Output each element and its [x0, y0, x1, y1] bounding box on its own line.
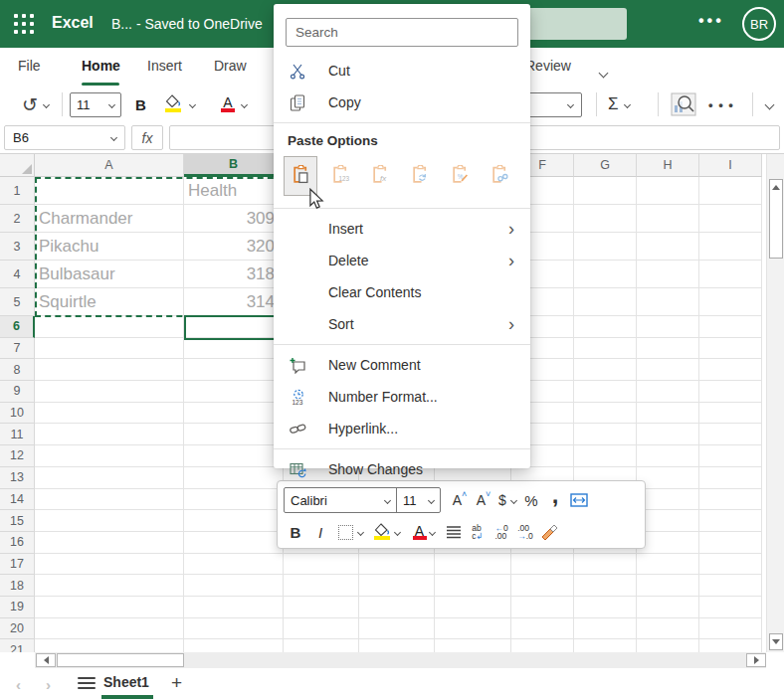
accounting-format-button[interactable]: $: [496, 487, 518, 513]
tab-insert[interactable]: Insert: [147, 58, 182, 74]
cell-H5[interactable]: [637, 288, 699, 316]
cell-C18[interactable]: [284, 575, 359, 597]
cell-F18[interactable]: [511, 575, 574, 597]
mini-font-color-button[interactable]: A: [407, 519, 441, 545]
horizontal-scrollbar[interactable]: [35, 652, 766, 668]
row-header-17[interactable]: 17: [0, 554, 35, 576]
fill-color-button[interactable]: [165, 88, 195, 121]
cell-D19[interactable]: [359, 597, 435, 618]
cell-I17[interactable]: [699, 554, 762, 576]
row-header-19[interactable]: 19: [0, 597, 35, 618]
cell-D17[interactable]: [359, 554, 435, 576]
cell-B12[interactable]: [184, 445, 284, 467]
tab-file[interactable]: File: [18, 58, 41, 74]
next-sheet-chevron-icon[interactable]: ›: [46, 676, 51, 693]
cell-H19[interactable]: [637, 597, 699, 618]
cell-I3[interactable]: [699, 233, 762, 261]
menu-item-sort[interactable]: Sort›: [274, 308, 530, 340]
scroll-up-icon[interactable]: [772, 185, 780, 190]
cell-B15[interactable]: [184, 510, 284, 532]
tab-review[interactable]: Review: [525, 58, 571, 74]
row-header-10[interactable]: 10: [0, 403, 35, 425]
row-header-2[interactable]: 2: [0, 205, 35, 233]
shrink-font-button[interactable]: A˅: [473, 487, 494, 513]
cell-B19[interactable]: [184, 597, 284, 618]
cell-C21[interactable]: [284, 639, 359, 652]
cell-I5[interactable]: [699, 288, 762, 316]
cell-B11[interactable]: [184, 424, 284, 445]
cell-G1[interactable]: [574, 177, 637, 205]
cell-A3[interactable]: Pikachu: [35, 233, 184, 261]
cell-G5[interactable]: [574, 288, 637, 316]
collapse-ribbon-chevron-icon[interactable]: [765, 100, 775, 110]
menu-item-delete[interactable]: Delete›: [274, 245, 530, 276]
font-name-combo[interactable]: Calibri: [285, 493, 396, 508]
cell-A7[interactable]: [35, 338, 184, 360]
row-header-21[interactable]: 21: [0, 639, 35, 652]
row-header-20[interactable]: 20: [0, 618, 35, 640]
cell-B5[interactable]: 314: [184, 288, 284, 316]
cell-A19[interactable]: [35, 597, 184, 618]
cell-G2[interactable]: [574, 205, 637, 233]
cell-A16[interactable]: [35, 532, 184, 554]
cell-B20[interactable]: [184, 618, 284, 640]
cell-D18[interactable]: [359, 575, 435, 597]
cell-I20[interactable]: [699, 618, 762, 640]
avatar[interactable]: BR: [742, 7, 776, 41]
cell-F17[interactable]: [511, 554, 574, 576]
cell-I8[interactable]: [699, 359, 762, 381]
cell-A12[interactable]: [35, 445, 184, 467]
cell-G18[interactable]: [574, 575, 637, 597]
cell-H2[interactable]: [637, 205, 699, 233]
scroll-right-button[interactable]: [746, 653, 766, 667]
cell-H10[interactable]: [637, 403, 699, 425]
cell-A8[interactable]: [35, 359, 184, 381]
row-header-18[interactable]: 18: [0, 575, 35, 597]
column-header-H[interactable]: H: [637, 154, 699, 177]
cell-A1[interactable]: [35, 177, 184, 205]
cell-I12[interactable]: [699, 445, 762, 467]
app-launcher-waffle-icon[interactable]: [12, 12, 36, 36]
cell-H20[interactable]: [637, 618, 699, 640]
cell-I16[interactable]: [699, 532, 762, 554]
row-header-3[interactable]: 3: [0, 233, 35, 261]
bold-button[interactable]: B: [135, 88, 146, 121]
cell-E21[interactable]: [435, 639, 511, 652]
cell-B21[interactable]: [184, 639, 284, 652]
scroll-left-button[interactable]: [36, 653, 56, 667]
column-header-G[interactable]: G: [574, 154, 637, 177]
cell-I4[interactable]: [699, 261, 762, 288]
cell-A4[interactable]: Bulbasaur: [35, 261, 184, 288]
cell-G3[interactable]: [574, 233, 637, 261]
cell-G4[interactable]: [574, 261, 637, 288]
cell-A11[interactable]: [35, 424, 184, 445]
cell-A13[interactable]: [35, 467, 184, 489]
cell-H15[interactable]: [637, 510, 699, 532]
cell-B10[interactable]: [184, 403, 284, 425]
vertical-scrollbar-thumb[interactable]: [769, 179, 783, 259]
cell-I1[interactable]: [699, 177, 762, 205]
font-size-combo[interactable]: 11: [70, 92, 121, 117]
tab-home[interactable]: Home: [82, 58, 120, 74]
cell-C17[interactable]: [284, 554, 359, 576]
cell-B8[interactable]: [184, 359, 284, 381]
menu-item-hyperlink[interactable]: Hyperlink...: [274, 413, 530, 444]
cell-I19[interactable]: [699, 597, 762, 618]
document-title[interactable]: B... - Saved to OneDrive: [111, 16, 280, 32]
all-sheets-menu-icon[interactable]: [78, 675, 96, 691]
scroll-down-button[interactable]: [769, 633, 783, 650]
undo-button[interactable]: ↺: [22, 88, 49, 121]
cell-C20[interactable]: [284, 618, 359, 640]
cell-F19[interactable]: [511, 597, 574, 618]
cell-B4[interactable]: 318: [184, 261, 284, 288]
autosum-button[interactable]: Σ: [608, 88, 630, 121]
wrap-text-button[interactable]: abc↲: [467, 519, 489, 545]
fx-button[interactable]: fx: [131, 125, 163, 150]
cell-I21[interactable]: [699, 639, 762, 652]
row-header-4[interactable]: 4: [0, 261, 35, 288]
cell-G19[interactable]: [574, 597, 637, 618]
cell-I7[interactable]: [699, 338, 762, 360]
column-header-B[interactable]: B: [184, 154, 284, 177]
sheet-tab-sheet1[interactable]: Sheet1: [103, 674, 149, 690]
cell-B7[interactable]: [184, 338, 284, 360]
